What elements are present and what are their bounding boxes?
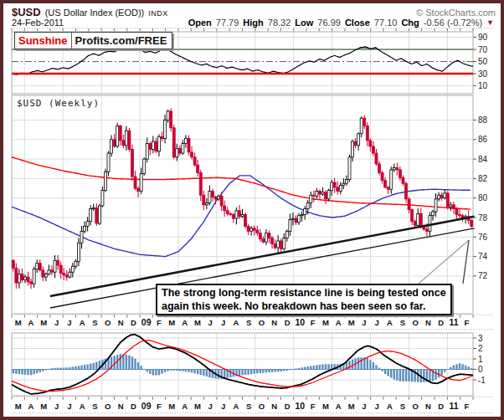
x-axis-label: J (375, 402, 379, 411)
watermark-brand: Sunshine (15, 33, 72, 49)
x-axis-label: M (168, 402, 175, 411)
x-axis-label: O (412, 318, 418, 327)
x-axis-label: 10 (296, 317, 306, 327)
y-axis-label: 2 (478, 344, 483, 353)
x-axis-label: D (285, 402, 291, 411)
macd-panel (12, 335, 473, 394)
x-axis-label: A (336, 402, 342, 411)
x-axis-label: D (438, 318, 444, 327)
symbol-name: (US Dollar Index (EOD)) (45, 8, 145, 18)
x-axis-label: N (271, 402, 277, 411)
x-axis-label: F (157, 402, 162, 411)
x-axis-label: O (259, 402, 265, 411)
x-axis-label: F (464, 402, 469, 411)
x-axis-label: J (208, 402, 213, 411)
x-axis-label: A (28, 318, 34, 327)
price-panel-label: $USD (Weekly) (17, 98, 100, 109)
down-triangle-icon[interactable]: ▼ (486, 18, 494, 27)
annotation-line-1: The strong long-term resistance line is … (162, 286, 446, 300)
y-axis-label: 1 (478, 355, 483, 364)
x-axis-label: 09 (141, 401, 152, 411)
x-axis-label: O (259, 318, 265, 327)
x-axis-label: A (387, 318, 393, 327)
close-value: 77.10 (374, 18, 398, 28)
symbol: $USD (12, 6, 41, 18)
x-axis-label: M (348, 402, 355, 411)
x-axis-label: F (157, 318, 162, 327)
x-axis-label: D (131, 318, 136, 327)
x-axis-label: J (375, 318, 379, 327)
x-axis-label: A (387, 402, 393, 411)
copyright: © StockCharts.com (416, 8, 496, 18)
annotation-callout: The strong long-term resistance line is … (156, 284, 452, 315)
x-axis-label: N (271, 318, 277, 327)
x-axis-label: J (362, 318, 366, 327)
quote-bar: 24-Feb-2011 Open 77.79 High 78.32 Low 76… (12, 18, 496, 28)
x-axis-label: N (118, 402, 124, 411)
x-axis-label: J (221, 318, 225, 327)
open-label: Open (188, 18, 212, 28)
x-axis-label: 09 (141, 317, 152, 327)
x-axis-label: S (400, 318, 405, 327)
y-axis-label: 74 (478, 252, 488, 261)
x-axis-label: N (425, 318, 431, 327)
x-axis-label: 11 (449, 401, 458, 411)
x-axis-label: J (67, 402, 71, 411)
x-axis-label: S (246, 402, 251, 411)
x-axis-label: J (362, 402, 366, 411)
close-label: Close (345, 18, 370, 28)
price-panel (12, 120, 473, 276)
x-axis-label: F (311, 318, 316, 327)
y-axis-label: 3 (478, 334, 483, 343)
x-axis-label: O (105, 402, 111, 411)
x-axis-label: M (40, 402, 47, 411)
x-axis-label: S (246, 318, 251, 327)
x-axis-label: S (92, 402, 97, 411)
x-axis-label: M (194, 402, 201, 411)
high-label: High (243, 18, 263, 28)
y-axis-label: 86 (478, 135, 488, 144)
x-axis-label: A (182, 402, 188, 411)
watermark-site: Profits.com/FREE (72, 34, 172, 47)
x-axis-label: F (464, 318, 469, 327)
x-axis-label: M (322, 318, 329, 327)
chart-date: 24-Feb-2011 (12, 18, 64, 28)
x-axis-label: A (233, 402, 239, 411)
x-axis-label: S (400, 402, 405, 411)
x-axis-label: A (80, 318, 85, 327)
open-value: 77.79 (216, 18, 239, 28)
x-axis-label: M (40, 318, 47, 327)
x-axis-label: A (336, 318, 342, 327)
x-axis-label: 11 (449, 317, 458, 327)
x-axis-label: M (322, 402, 329, 411)
annotation-line-2: again this week. No breakdown has been s… (162, 300, 446, 313)
ohlc-quote: Open 77.79 High 78.32 Low 76.99 Close 77… (188, 18, 496, 28)
macd-line (12, 335, 473, 394)
x-axis-label: M (15, 402, 22, 411)
x-axis-label: S (92, 318, 97, 327)
x-axis-label: M (194, 318, 201, 327)
x-axis-label: J (67, 318, 71, 327)
x-axis-label: J (54, 402, 59, 411)
x-axis-label: A (28, 402, 34, 411)
x-axis-label: F (311, 402, 316, 411)
y-axis-label: -1 (478, 376, 486, 385)
watermark-badge: Sunshine Profits.com/FREE (14, 32, 172, 49)
x-axis-label: M (348, 318, 355, 327)
x-axis-label: 10 (296, 401, 306, 411)
change-value: -0.56 (-0.72%) (424, 18, 482, 28)
low-value: 76.99 (317, 18, 341, 28)
oscillator-line (12, 46, 473, 74)
macd-histogram (13, 354, 473, 382)
y-axis-label: 80 (478, 193, 488, 202)
low-label: Low (295, 18, 313, 28)
y-axis-label: 10 (478, 81, 488, 90)
x-axis-label: A (233, 318, 239, 327)
y-axis-label: 72 (478, 271, 488, 280)
x-axis-label: D (131, 402, 136, 411)
y-axis-label: 50 (478, 57, 488, 66)
high-value: 78.32 (268, 18, 291, 28)
exchange: INDX (148, 9, 168, 18)
y-axis-label: 84 (478, 155, 488, 164)
y-axis-label: 30 (478, 69, 488, 79)
